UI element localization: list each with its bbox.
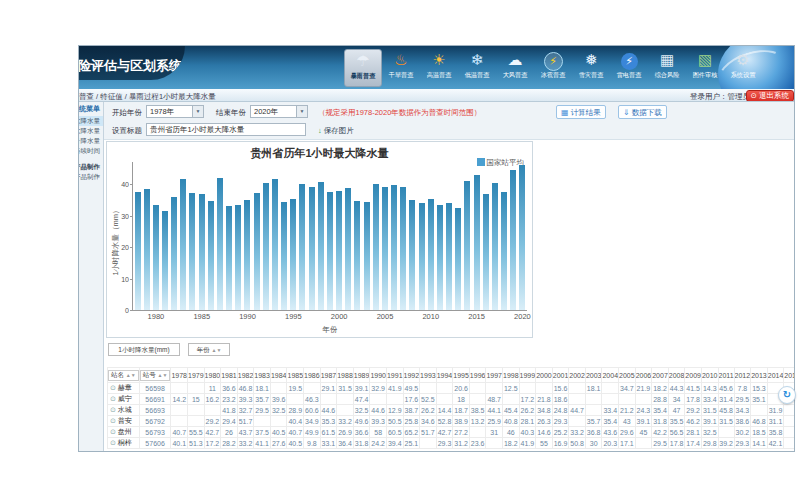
main-nav: ☂暴雨普查♨干旱普查☀高温普查❄低温普查☁大风普查⚡冰雹普查❅雪灾普查⚡雷电普查… xyxy=(344,49,762,87)
value-cell: 27.6 xyxy=(270,438,287,449)
sort-icons: ▲▼ xyxy=(211,347,221,353)
year-column-header: 2013 xyxy=(751,368,768,383)
value-cell xyxy=(602,383,619,394)
table-row-56693: ⊙ 水城5669341.832.729.532.528.960.644.632.… xyxy=(108,405,796,416)
value-cell: 14.1 xyxy=(751,438,768,449)
value-cell: 18.2 xyxy=(652,383,669,394)
nav-item-system-settings[interactable]: ⚙系统设置 xyxy=(724,49,762,87)
value-cell: 35.5 xyxy=(668,416,685,427)
year-column-header: 1982 xyxy=(237,368,254,383)
nav-item-hail[interactable]: ⚡冰雹普查 xyxy=(534,49,572,87)
value-cell: 60.6 xyxy=(304,405,321,416)
value-cell: 14.2 xyxy=(171,394,188,405)
bar-2006 xyxy=(391,185,397,310)
nav-item-high-temperature[interactable]: ☀高温普查 xyxy=(420,49,458,87)
value-cell: 32.5 xyxy=(270,405,287,416)
high-temperature-icon: ☀ xyxy=(420,49,458,71)
year-column-header: 2006 xyxy=(635,368,652,383)
value-cell: 58 xyxy=(370,427,387,438)
value-cell: 18.6 xyxy=(552,394,569,405)
radio-icon[interactable]: ⊙ xyxy=(110,439,116,446)
value-cell: 14.4 xyxy=(436,405,453,416)
value-cell: 29.3 xyxy=(552,416,569,427)
value-cell: 43.7 xyxy=(237,427,254,438)
radio-icon[interactable]: ⊙ xyxy=(110,428,116,435)
value-cell: 39.1 xyxy=(635,416,652,427)
sidebar-menu: 系统菜单 暴雨过程1小时最大降水量暴雨过程日最大降水量暴雨过程累计降水量暴雨过程… xyxy=(79,102,104,452)
bar-2001 xyxy=(345,188,351,310)
bar-1985 xyxy=(199,194,205,310)
value-cell: 23.2 xyxy=(221,394,238,405)
sidebar-item-3[interactable]: 暴雨过程持续时间 xyxy=(79,146,103,156)
radio-icon[interactable]: ⊙ xyxy=(110,395,116,402)
value-cell: 51.3 xyxy=(188,438,205,449)
table-header-station-id-sort: 站号 ▲▼ xyxy=(139,368,171,383)
value-cell xyxy=(718,427,734,438)
station-name-sort-button[interactable]: 站名 ▲▼ xyxy=(108,370,139,381)
radio-icon[interactable]: ⊙ xyxy=(110,384,116,391)
value-cell: 36.6 xyxy=(221,383,238,394)
sidebar-item-2[interactable]: 暴雨过程累计降水量 xyxy=(79,136,103,146)
save-image-button[interactable]: ↓ 保存图片 xyxy=(318,126,354,136)
breadcrumb-bar: 当前的位置：暴雨普查 / 特征值 / 暴雨过程1小时最大降水量 登录用户：管理员… xyxy=(79,89,795,102)
bar-2014 xyxy=(464,181,470,310)
refresh-icon: ↻ xyxy=(783,389,791,400)
value-cell: 35.7 xyxy=(254,394,271,405)
value-cell: 36.4 xyxy=(337,438,354,449)
download-data-button[interactable]: ⇓ 数据下载 xyxy=(618,105,667,119)
nav-item-composite-risk[interactable]: ▦综合风险 xyxy=(648,49,686,87)
nav-item-label: 高温普查 xyxy=(421,71,457,80)
year-column-header: 1989 xyxy=(353,368,370,383)
bar-1984 xyxy=(189,193,195,310)
nav-item-rainstorm[interactable]: ☂暴雨普查 xyxy=(344,49,382,87)
value-cell: 41.9 xyxy=(386,383,403,394)
sidebar-item-1[interactable]: 暴雨过程日最大降水量 xyxy=(79,126,103,136)
chart-title-input[interactable]: 贵州省历年1小时最大降水量 xyxy=(146,123,306,136)
station-name-cell[interactable]: ⊙ 桐梓 xyxy=(108,438,140,449)
sidebar-item-0[interactable]: 暴雨过程1小时最大降水量 xyxy=(79,116,103,126)
value-cell xyxy=(270,383,287,394)
station-id-sort-button[interactable]: 站号 ▲▼ xyxy=(140,370,171,381)
value-cell: 44.6 xyxy=(370,405,387,416)
nav-item-lightning[interactable]: ⚡雷电普查 xyxy=(610,49,648,87)
value-cell: 34.7 xyxy=(619,383,636,394)
calculate-button[interactable]: ▦ 计算结果 xyxy=(556,105,606,119)
year-sort-selector[interactable]: 年份 ▲▼ xyxy=(188,343,230,356)
logout-label: 退出系统 xyxy=(759,91,789,100)
value-cell: 17.6 xyxy=(403,394,420,405)
value-cell: 31.1 xyxy=(767,416,784,427)
end-year-select[interactable]: 2020年 ▼ xyxy=(250,105,308,118)
measure-selector[interactable]: 1小时降水量(mm) xyxy=(108,343,180,356)
nav-item-map-review[interactable]: ▧图件审核 xyxy=(686,49,724,87)
nav-item-snow-disaster[interactable]: ❅雪灾普查 xyxy=(572,49,610,87)
title-background: 贵州省气象灾害风险评估与区划系统 xyxy=(79,46,185,80)
value-cell: 28.1 xyxy=(519,416,536,427)
logout-button[interactable]: ⊙ 退出系统 xyxy=(746,90,794,102)
value-cell: 46.8 xyxy=(237,383,254,394)
station-name-cell[interactable]: ⊙ 威宁 xyxy=(108,394,140,405)
value-cell: 40.5 xyxy=(287,438,304,449)
station-id-cell: 56793 xyxy=(139,427,171,438)
year-column-header: 2011 xyxy=(718,368,734,383)
value-cell: 29.5 xyxy=(734,394,751,405)
year-column-header: 1980 xyxy=(204,368,221,383)
station-name-cell[interactable]: ⊙ 赫章 xyxy=(108,383,140,394)
start-year-select[interactable]: 1978年 ▼ xyxy=(146,105,204,118)
radio-icon[interactable]: ⊙ xyxy=(110,417,116,424)
value-cell xyxy=(420,383,437,394)
value-cell: 34.9 xyxy=(304,416,321,427)
value-cell: 43.6 xyxy=(602,427,619,438)
floating-refresh-widget[interactable]: ↻ xyxy=(778,386,796,404)
nav-item-low-temperature[interactable]: ❄低温普查 xyxy=(458,49,496,87)
station-name-cell[interactable]: ⊙ 盘州 xyxy=(108,427,140,438)
station-name-cell[interactable]: ⊙ 普安 xyxy=(108,416,140,427)
nav-item-wind[interactable]: ☁大风普查 xyxy=(496,49,534,87)
sidebar-header: 系统菜单 xyxy=(79,104,103,116)
station-name-cell[interactable]: ⊙ 水城 xyxy=(108,405,140,416)
value-cell: 29.5 xyxy=(254,405,271,416)
sidebar-item-4[interactable]: 基础产品制作 xyxy=(79,162,103,172)
nav-item-drought[interactable]: ♨干旱普查 xyxy=(382,49,420,87)
radio-icon[interactable]: ⊙ xyxy=(110,406,116,413)
sidebar-item-5[interactable]: 普查产品制作 xyxy=(79,172,103,182)
value-cell xyxy=(469,394,486,405)
